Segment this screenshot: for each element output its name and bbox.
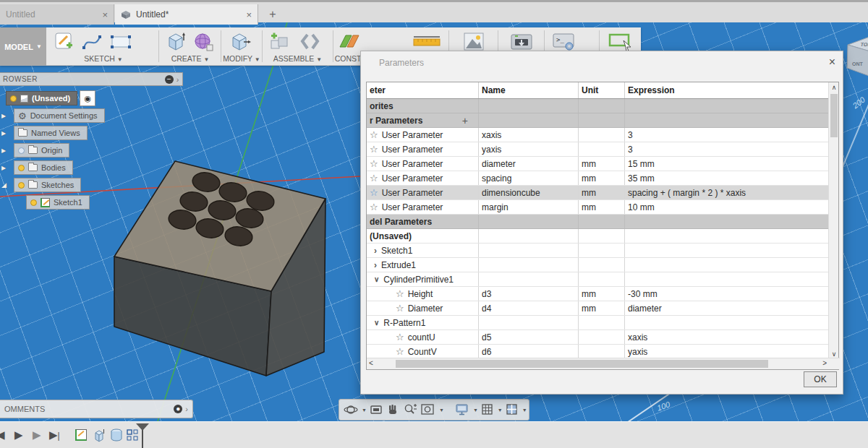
favorite-star-icon[interactable]: ☆ (396, 332, 404, 342)
scroll-down-icon[interactable]: ∨ (829, 350, 839, 358)
zoom-icon[interactable] (402, 401, 418, 418)
new-tab-button[interactable]: + (265, 4, 281, 25)
parameter-row[interactable]: r Parameters+ (367, 113, 830, 128)
scroll-up-icon[interactable]: ∧ (829, 84, 839, 91)
parameter-row[interactable]: ›Sketch1 (367, 244, 830, 258)
close-dialog-icon[interactable]: × (829, 56, 835, 69)
scroll-right-icon[interactable]: > (822, 359, 827, 367)
pan-icon[interactable] (386, 401, 400, 418)
parameter-row[interactable]: ☆Diameterd4mmdiameter (367, 301, 830, 316)
bulb-icon[interactable] (30, 199, 37, 206)
parameter-row[interactable]: ☆User Parametermarginmm10 mm (367, 200, 830, 215)
parameter-row[interactable]: ☆countUd5xaxis (367, 330, 830, 345)
column-header-expression[interactable]: Expression (625, 82, 830, 98)
parameter-row[interactable]: ☆User Parameteryaxis3 (367, 142, 830, 157)
favorite-star-icon[interactable]: ☆ (396, 347, 404, 356)
browser-item[interactable]: (Unsaved)◉ (0, 90, 195, 107)
parameter-row[interactable]: ☆User Parameterdiametermm15 mm (367, 157, 830, 171)
parameter-row[interactable]: ☆User Parameterxaxis3 (367, 128, 830, 142)
browser-node[interactable]: (Unsaved) (6, 91, 77, 105)
parameter-row[interactable]: ›Extrude1 (367, 258, 830, 272)
bulb-icon[interactable] (18, 182, 25, 189)
new-body-icon[interactable] (163, 31, 188, 53)
go-to-end-icon[interactable]: ▶| (49, 428, 60, 442)
cylinder-feature-icon[interactable] (109, 427, 124, 442)
collapse-arrow-icon[interactable]: ▶ (0, 113, 12, 119)
comments-bar[interactable]: OMMENTS ● › (0, 400, 193, 418)
tab-untitled[interactable]: Untitled × (0, 4, 114, 25)
column-header-parameter[interactable]: eter (367, 82, 479, 98)
parameter-row[interactable]: ☆Heightd3mm-30 mm (367, 287, 830, 301)
create-form-icon[interactable] (191, 31, 216, 53)
extrude-feature-icon[interactable] (91, 427, 106, 442)
favorite-star-icon[interactable]: ☆ (370, 145, 378, 154)
chevron-right-icon[interactable]: › (374, 261, 377, 270)
vertical-scrollbar[interactable]: ∧ ∨ (828, 82, 838, 359)
parameter-row[interactable]: orites (367, 99, 830, 113)
chevron-down-icon[interactable]: ▼ (362, 408, 367, 413)
timeline-marker-flag[interactable] (136, 423, 149, 431)
scrollbar-thumb[interactable] (396, 360, 768, 368)
browser-item[interactable]: ▶Origin (0, 142, 195, 159)
collapse-arrow-icon[interactable]: ▶ (0, 147, 12, 154)
select-icon[interactable] (606, 31, 635, 53)
display-settings-icon[interactable] (454, 401, 470, 418)
browser-item[interactable]: ▶Named Views (0, 124, 195, 142)
favorite-star-icon[interactable]: ☆ (370, 188, 378, 197)
play-icon[interactable]: ▶ (14, 428, 23, 441)
chevron-down-icon[interactable]: ∨ (374, 319, 379, 327)
chevron-right-icon[interactable]: › (176, 75, 179, 84)
rectangle-icon[interactable] (109, 31, 133, 53)
chevron-right-icon[interactable]: › (374, 246, 377, 255)
viewports-icon[interactable] (505, 401, 519, 418)
browser-item[interactable]: Sketch1 (0, 194, 195, 211)
scroll-left-icon[interactable]: < (369, 359, 373, 367)
look-at-icon[interactable] (369, 401, 383, 418)
collapse-comments-icon[interactable]: ● (174, 405, 182, 413)
parameter-row[interactable]: ☆CountVd6yaxis (367, 345, 830, 359)
bulb-icon[interactable] (18, 165, 25, 171)
create-menu[interactable]: CREATE ▼ (161, 54, 220, 64)
browser-node[interactable]: ⚙Document Settings (14, 108, 105, 123)
measure-icon[interactable] (411, 31, 443, 53)
chevron-right-icon[interactable]: › (185, 405, 188, 413)
collapse-arrow-icon[interactable]: ▶ (0, 165, 12, 171)
sketch-feature-icon[interactable] (73, 427, 88, 442)
parameter-row[interactable]: ∨CylinderPrimitive1 (367, 272, 830, 287)
bulb-icon[interactable] (18, 147, 25, 154)
expand-arrow-icon[interactable]: ◢ (0, 181, 12, 189)
browser-node[interactable]: Sketches (14, 178, 81, 192)
favorite-star-icon[interactable]: ☆ (370, 130, 378, 139)
viewcube[interactable]: TOP ONT (843, 30, 868, 87)
browser-node[interactable]: Origin (14, 143, 69, 158)
ok-button[interactable]: OK (804, 371, 837, 387)
chevron-down-icon[interactable]: ▼ (473, 408, 478, 413)
parameter-row[interactable]: ☆User Parameterdimensioncubemmspacing + … (367, 186, 830, 200)
modify-menu[interactable]: MODIFY ▼ (222, 54, 261, 64)
chevron-down-icon[interactable]: ▼ (522, 408, 527, 413)
collapse-arrow-icon[interactable]: ▶ (0, 130, 12, 137)
chevron-down-icon[interactable]: ∨ (374, 276, 379, 283)
parameter-row[interactable]: (Unsaved) (367, 229, 830, 244)
bulb-icon[interactable] (10, 95, 17, 102)
favorite-star-icon[interactable]: ☆ (396, 289, 404, 298)
parameter-row[interactable]: ∨R-Pattern1 (367, 316, 830, 330)
sketch-menu[interactable]: SKETCH ▼ (49, 54, 158, 64)
browser-item[interactable]: ◢Sketches (0, 176, 195, 194)
step-back-icon[interactable]: ◀ (0, 428, 5, 441)
activate-component-radio[interactable]: ◉ (80, 90, 95, 106)
chevron-down-icon[interactable]: ▼ (498, 408, 503, 413)
scrollbar-thumb[interactable] (830, 94, 838, 137)
step-forward-icon[interactable]: ▶ (33, 428, 41, 441)
browser-node[interactable]: Sketch1 (26, 195, 90, 210)
make-3d-print-icon[interactable] (509, 31, 534, 53)
insert-image-icon[interactable] (461, 31, 486, 53)
spline-icon[interactable] (80, 31, 104, 53)
joint-icon[interactable] (298, 31, 323, 53)
column-header-unit[interactable]: Unit (579, 82, 625, 98)
collapse-panel-icon[interactable]: − (165, 75, 174, 84)
parameter-row[interactable]: del Parameters (367, 215, 830, 229)
fit-icon[interactable] (420, 401, 436, 418)
grid-display-icon[interactable] (480, 401, 495, 418)
add-parameter-button[interactable]: + (462, 115, 468, 126)
